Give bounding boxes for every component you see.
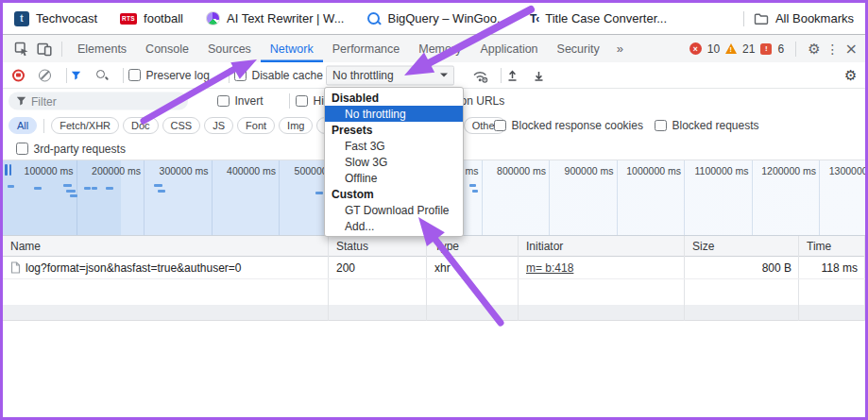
menu-item-gt-download-profile[interactable]: GT Download Profile xyxy=(325,202,463,218)
column-header-initiator[interactable]: Initiator xyxy=(519,236,685,257)
tab-sources[interactable]: Sources xyxy=(198,35,261,62)
console-warnings-icon[interactable]: ! xyxy=(725,43,737,54)
waterfall-mark xyxy=(469,184,476,187)
devtools-kebab-menu-icon[interactable]: ⋮ xyxy=(826,42,840,57)
bookmarks-bar: t Techvocast RTS football AI Text Rewrit… xyxy=(3,3,865,34)
ai-text-rewriter-favicon xyxy=(206,11,220,25)
bookmarks-divider xyxy=(743,11,744,26)
throttling-select[interactable]: No throttling xyxy=(326,65,454,85)
device-toolbar-icon xyxy=(37,42,53,57)
chip-fetch-xhr[interactable]: Fetch/XHR xyxy=(51,117,119,134)
inspect-cursor-icon xyxy=(14,42,29,57)
inspect-element-button[interactable] xyxy=(10,38,33,60)
column-header-time[interactable]: Time xyxy=(799,236,865,257)
document-icon xyxy=(10,261,26,275)
devtools-settings-gear-icon[interactable]: ⚙ xyxy=(808,41,820,58)
blocked-response-cookies-checkbox[interactable]: Blocked response cookies xyxy=(494,119,643,132)
console-errors-icon[interactable]: × xyxy=(689,42,702,55)
bookmark-football[interactable]: RTS football xyxy=(120,11,183,25)
cell-type: xhr xyxy=(427,257,519,279)
table-row[interactable]: log?format=json&hasfast=true&authuser=02… xyxy=(3,257,865,279)
network-conditions-button[interactable] xyxy=(471,67,489,83)
bookmark-bigquery[interactable]: BigQuery – WinGoo... xyxy=(366,11,506,25)
error-count[interactable]: 10 xyxy=(707,42,720,56)
request-name: log?format=json&hasfast=true&authuser=0 xyxy=(26,261,241,275)
checkbox[interactable] xyxy=(494,120,506,132)
column-header-status[interactable]: Status xyxy=(329,236,427,257)
more-tabs-button[interactable]: » xyxy=(609,42,631,56)
menu-item-fast-3g[interactable]: Fast 3G xyxy=(325,138,463,154)
toolbar-divider xyxy=(61,42,62,57)
disable-cache-checkbox[interactable]: Disable cache xyxy=(234,69,323,82)
initiator-link[interactable]: m= b:418 xyxy=(526,261,573,275)
clear-network-log-icon[interactable] xyxy=(39,69,51,81)
checkbox[interactable] xyxy=(655,120,667,132)
timeline-tick: 200000 ms xyxy=(77,160,145,235)
record-network-log-button[interactable] xyxy=(12,69,25,81)
waterfall-mark xyxy=(70,194,77,197)
chip-img[interactable]: Img xyxy=(279,117,313,134)
menu-item-offline[interactable]: Offline xyxy=(325,170,463,186)
device-toolbar-button[interactable] xyxy=(33,38,56,60)
timeline-selection-handle[interactable] xyxy=(5,164,11,176)
chip-doc[interactable]: Doc xyxy=(123,117,159,134)
column-header-size[interactable]: Size xyxy=(685,236,799,257)
export-har-button[interactable] xyxy=(533,69,545,81)
checkbox[interactable] xyxy=(296,95,308,108)
devtools-tab-strip: ElementsConsoleSourcesNetworkPerformance… xyxy=(3,35,865,62)
requests-table: NameStatusTypeInitiatorSizeTimelog?forma… xyxy=(3,236,865,321)
third-party-requests-checkbox[interactable]: 3rd-party requests xyxy=(16,143,126,156)
timeline-tick: 800000 ms xyxy=(483,160,551,235)
menu-item-slow-3g[interactable]: Slow 3G xyxy=(325,154,463,170)
folder-icon xyxy=(754,12,769,25)
menu-item-add[interactable]: Add... xyxy=(325,218,463,234)
tab-console[interactable]: Console xyxy=(136,35,198,62)
cell-size: 800 B xyxy=(685,257,799,279)
chip-js[interactable]: JS xyxy=(204,117,233,134)
all-bookmarks-button[interactable]: All Bookmarks xyxy=(754,11,854,25)
checkbox[interactable] xyxy=(217,95,230,108)
chip-all[interactable]: All xyxy=(9,117,37,134)
chip-css[interactable]: CSS xyxy=(162,117,201,134)
invert-checkbox[interactable]: Invert xyxy=(217,94,264,108)
menu-item-no-throttling[interactable]: No throttling xyxy=(325,106,463,122)
tab-security[interactable]: Security xyxy=(548,35,609,62)
bookmark-ai-text-rewriter[interactable]: AI Text Rewriter | W... xyxy=(206,11,345,25)
column-header-name[interactable]: Name xyxy=(3,236,329,257)
tab-memory[interactable]: Memory xyxy=(409,35,470,62)
import-har-button[interactable] xyxy=(506,69,519,81)
throttling-dropdown-menu: DisabledNo throttlingPresetsFast 3GSlow … xyxy=(324,87,464,237)
bookmark-techvocast[interactable]: t Techvocast xyxy=(14,11,97,26)
toolbar-divider xyxy=(229,68,230,83)
tab-performance[interactable]: Performance xyxy=(323,35,410,62)
blocked-requests-checkbox[interactable]: Blocked requests xyxy=(655,119,759,132)
checkbox[interactable] xyxy=(234,69,247,81)
filter-toggle-button[interactable] xyxy=(71,70,81,80)
chip-font[interactable]: Font xyxy=(237,117,275,134)
checkbox[interactable] xyxy=(128,69,141,81)
checkbox[interactable] xyxy=(16,143,28,155)
bookmark-label: football xyxy=(144,11,183,25)
blocked-requests-label: Blocked requests xyxy=(672,119,759,132)
bigquery-favicon xyxy=(366,11,381,25)
network-settings-gear-icon[interactable]: ⚙ xyxy=(844,67,857,84)
bookmark-title-case-converter[interactable]: T‹ Title Case Converter... xyxy=(530,11,667,25)
waterfall-mark xyxy=(92,187,97,190)
search-icon[interactable] xyxy=(95,69,109,82)
tab-network[interactable]: Network xyxy=(261,35,323,62)
tab-application[interactable]: Application xyxy=(470,35,547,62)
filter-input[interactable]: Filter xyxy=(9,92,188,110)
column-header-type[interactable]: Type xyxy=(427,236,519,257)
issues-count[interactable]: 6 xyxy=(777,42,784,56)
menu-section-disabled: Disabled xyxy=(325,90,463,106)
preserve-log-checkbox[interactable]: Preserve log xyxy=(128,69,210,82)
waterfall-mark xyxy=(8,185,14,188)
issues-icon[interactable]: ! xyxy=(760,43,772,55)
rts-favicon: RTS xyxy=(120,13,137,25)
tab-elements[interactable]: Elements xyxy=(68,35,136,62)
waterfall-mark xyxy=(154,184,162,187)
warning-count[interactable]: 21 xyxy=(742,42,755,56)
timeline-tick: 400000 ms xyxy=(213,160,281,235)
devtools-close-icon[interactable]: × xyxy=(845,40,858,58)
menu-section-custom: Custom xyxy=(325,186,463,202)
